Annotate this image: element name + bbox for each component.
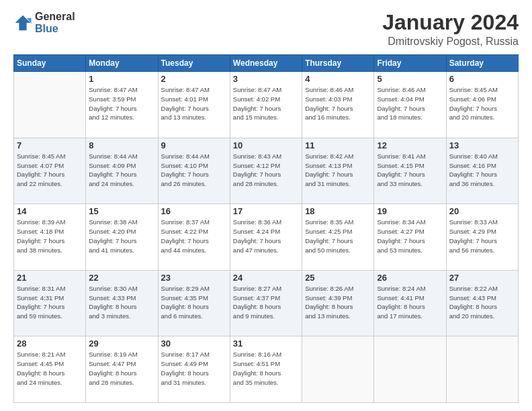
calendar-cell: 8Sunrise: 8:44 AMSunset: 4:09 PMDaylight… <box>86 138 158 204</box>
day-number: 3 <box>233 74 299 84</box>
calendar-header-wednesday: Wednesday <box>230 55 302 72</box>
page: General Blue January 2024 Dmitrovskiy Po… <box>0 0 532 411</box>
day-info: Sunrise: 8:16 AMSunset: 4:51 PMDaylight:… <box>233 350 299 387</box>
calendar-week-row: 1Sunrise: 8:47 AMSunset: 3:59 PMDaylight… <box>14 72 519 138</box>
calendar-cell: 28Sunrise: 8:21 AMSunset: 4:45 PMDayligh… <box>14 336 86 403</box>
day-info: Sunrise: 8:46 AMSunset: 4:04 PMDaylight:… <box>377 85 443 122</box>
day-info: Sunrise: 8:24 AMSunset: 4:41 PMDaylight:… <box>377 284 443 321</box>
calendar-cell: 12Sunrise: 8:41 AMSunset: 4:15 PMDayligh… <box>374 138 446 204</box>
calendar-cell: 1Sunrise: 8:47 AMSunset: 3:59 PMDaylight… <box>86 72 158 138</box>
day-info: Sunrise: 8:33 AMSunset: 4:29 PMDaylight:… <box>449 218 515 255</box>
logo-line2: Blue <box>35 23 75 35</box>
day-number: 18 <box>305 206 371 216</box>
day-info: Sunrise: 8:19 AMSunset: 4:47 PMDaylight:… <box>89 350 154 387</box>
day-info: Sunrise: 8:17 AMSunset: 4:49 PMDaylight:… <box>161 350 227 387</box>
day-info: Sunrise: 8:44 AMSunset: 4:09 PMDaylight:… <box>89 152 154 189</box>
day-number: 9 <box>161 140 227 150</box>
day-info: Sunrise: 8:39 AMSunset: 4:18 PMDaylight:… <box>17 218 83 255</box>
day-info: Sunrise: 8:37 AMSunset: 4:22 PMDaylight:… <box>161 218 227 255</box>
calendar-cell: 25Sunrise: 8:26 AMSunset: 4:39 PMDayligh… <box>302 270 374 336</box>
day-number: 2 <box>161 74 227 84</box>
calendar-cell: 10Sunrise: 8:43 AMSunset: 4:12 PMDayligh… <box>230 138 302 204</box>
svg-marker-0 <box>15 15 30 30</box>
calendar-cell: 9Sunrise: 8:44 AMSunset: 4:10 PMDaylight… <box>158 138 230 204</box>
day-number: 7 <box>17 140 83 150</box>
day-number: 13 <box>449 140 515 150</box>
logo-text: General Blue <box>35 11 75 35</box>
day-info: Sunrise: 8:46 AMSunset: 4:03 PMDaylight:… <box>305 85 371 122</box>
header: General Blue January 2024 Dmitrovskiy Po… <box>13 11 519 48</box>
calendar-cell <box>302 336 374 403</box>
day-number: 16 <box>161 206 227 216</box>
calendar-cell: 26Sunrise: 8:24 AMSunset: 4:41 PMDayligh… <box>374 270 446 336</box>
day-number: 8 <box>89 140 154 150</box>
calendar-week-row: 7Sunrise: 8:45 AMSunset: 4:07 PMDaylight… <box>14 138 519 204</box>
day-info: Sunrise: 8:26 AMSunset: 4:39 PMDaylight:… <box>305 284 371 321</box>
day-number: 4 <box>305 74 371 84</box>
day-info: Sunrise: 8:34 AMSunset: 4:27 PMDaylight:… <box>377 218 443 255</box>
day-info: Sunrise: 8:30 AMSunset: 4:33 PMDaylight:… <box>89 284 154 321</box>
calendar-header-saturday: Saturday <box>446 55 518 72</box>
calendar-header-tuesday: Tuesday <box>158 55 230 72</box>
day-info: Sunrise: 8:21 AMSunset: 4:45 PMDaylight:… <box>17 350 83 387</box>
day-info: Sunrise: 8:43 AMSunset: 4:12 PMDaylight:… <box>233 152 299 189</box>
day-info: Sunrise: 8:36 AMSunset: 4:24 PMDaylight:… <box>233 218 299 255</box>
day-info: Sunrise: 8:45 AMSunset: 4:06 PMDaylight:… <box>449 85 515 122</box>
calendar-header-sunday: Sunday <box>14 55 86 72</box>
calendar-cell: 15Sunrise: 8:38 AMSunset: 4:20 PMDayligh… <box>86 204 158 271</box>
day-number: 20 <box>449 206 515 216</box>
day-number: 14 <box>17 206 83 216</box>
calendar-header-thursday: Thursday <box>302 55 374 72</box>
calendar-cell: 19Sunrise: 8:34 AMSunset: 4:27 PMDayligh… <box>374 204 446 271</box>
calendar-cell <box>374 336 446 403</box>
day-info: Sunrise: 8:45 AMSunset: 4:07 PMDaylight:… <box>17 152 83 189</box>
day-info: Sunrise: 8:47 AMSunset: 4:01 PMDaylight:… <box>161 85 227 122</box>
calendar-header-row: SundayMondayTuesdayWednesdayThursdayFrid… <box>14 55 519 72</box>
day-number: 31 <box>233 338 299 349</box>
day-info: Sunrise: 8:22 AMSunset: 4:43 PMDaylight:… <box>449 284 515 321</box>
day-number: 10 <box>233 140 299 150</box>
day-info: Sunrise: 8:40 AMSunset: 4:16 PMDaylight:… <box>449 152 515 189</box>
calendar: SundayMondayTuesdayWednesdayThursdayFrid… <box>13 54 519 403</box>
calendar-cell: 24Sunrise: 8:27 AMSunset: 4:37 PMDayligh… <box>230 270 302 336</box>
day-number: 6 <box>449 74 515 84</box>
calendar-week-row: 28Sunrise: 8:21 AMSunset: 4:45 PMDayligh… <box>14 336 519 403</box>
calendar-week-row: 14Sunrise: 8:39 AMSunset: 4:18 PMDayligh… <box>14 204 519 271</box>
day-number: 23 <box>161 273 227 283</box>
calendar-cell: 29Sunrise: 8:19 AMSunset: 4:47 PMDayligh… <box>86 336 158 403</box>
calendar-cell: 14Sunrise: 8:39 AMSunset: 4:18 PMDayligh… <box>14 204 86 271</box>
location-title: Dmitrovskiy Pogost, Russia <box>382 36 519 48</box>
logo: General Blue <box>13 11 75 35</box>
day-info: Sunrise: 8:41 AMSunset: 4:15 PMDaylight:… <box>377 152 443 189</box>
calendar-cell: 30Sunrise: 8:17 AMSunset: 4:49 PMDayligh… <box>158 336 230 403</box>
calendar-cell: 2Sunrise: 8:47 AMSunset: 4:01 PMDaylight… <box>158 72 230 138</box>
calendar-cell: 11Sunrise: 8:42 AMSunset: 4:13 PMDayligh… <box>302 138 374 204</box>
day-number: 19 <box>377 206 443 216</box>
logo-line1: General <box>35 11 75 23</box>
calendar-header-friday: Friday <box>374 55 446 72</box>
calendar-cell: 21Sunrise: 8:31 AMSunset: 4:31 PMDayligh… <box>14 270 86 336</box>
day-number: 21 <box>17 273 83 283</box>
calendar-cell: 5Sunrise: 8:46 AMSunset: 4:04 PMDaylight… <box>374 72 446 138</box>
day-info: Sunrise: 8:27 AMSunset: 4:37 PMDaylight:… <box>233 284 299 321</box>
logo-icon <box>13 13 32 32</box>
calendar-header-monday: Monday <box>86 55 158 72</box>
calendar-cell: 23Sunrise: 8:29 AMSunset: 4:35 PMDayligh… <box>158 270 230 336</box>
day-info: Sunrise: 8:42 AMSunset: 4:13 PMDaylight:… <box>305 152 371 189</box>
day-number: 26 <box>377 273 443 283</box>
day-number: 25 <box>305 273 371 283</box>
calendar-cell: 17Sunrise: 8:36 AMSunset: 4:24 PMDayligh… <box>230 204 302 271</box>
day-number: 17 <box>233 206 299 216</box>
calendar-cell: 13Sunrise: 8:40 AMSunset: 4:16 PMDayligh… <box>446 138 518 204</box>
day-info: Sunrise: 8:44 AMSunset: 4:10 PMDaylight:… <box>161 152 227 189</box>
calendar-cell: 16Sunrise: 8:37 AMSunset: 4:22 PMDayligh… <box>158 204 230 271</box>
calendar-cell: 3Sunrise: 8:47 AMSunset: 4:02 PMDaylight… <box>230 72 302 138</box>
day-info: Sunrise: 8:38 AMSunset: 4:20 PMDaylight:… <box>89 218 154 255</box>
day-number: 12 <box>377 140 443 150</box>
calendar-cell: 18Sunrise: 8:35 AMSunset: 4:25 PMDayligh… <box>302 204 374 271</box>
calendar-cell: 20Sunrise: 8:33 AMSunset: 4:29 PMDayligh… <box>446 204 518 271</box>
day-number: 29 <box>89 338 154 349</box>
day-info: Sunrise: 8:47 AMSunset: 4:02 PMDaylight:… <box>233 85 299 122</box>
day-number: 5 <box>377 74 443 84</box>
day-info: Sunrise: 8:47 AMSunset: 3:59 PMDaylight:… <box>89 85 154 122</box>
